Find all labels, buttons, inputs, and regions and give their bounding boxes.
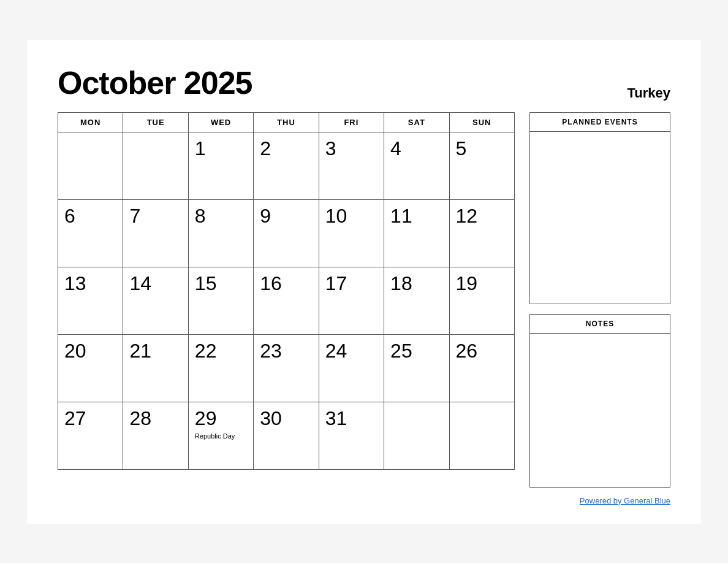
notes-content — [530, 334, 670, 487]
footer: Powered by General Blue — [58, 496, 670, 505]
day-number: 24 — [325, 340, 377, 362]
day-number: 9 — [260, 205, 312, 228]
calendar-day-cell — [123, 132, 188, 199]
calendar-day-cell: 28 — [123, 402, 188, 469]
day-number: 1 — [195, 137, 247, 160]
planned-events-content — [530, 132, 670, 304]
calendar-day-cell: 17 — [319, 267, 384, 334]
planned-events-box: PLANNED EVENTS — [529, 112, 670, 304]
calendar-day-cell: 8 — [188, 199, 253, 267]
calendar-day-cell: 14 — [123, 267, 188, 334]
calendar-week-row: 20212223242526 — [58, 334, 515, 402]
calendar-day-cell: 22 — [188, 334, 253, 402]
page-header: October 2025 Turkey — [58, 64, 670, 101]
day-number: 17 — [325, 272, 377, 295]
header-sun: SUN — [449, 112, 514, 132]
day-number: 4 — [390, 137, 442, 160]
calendar-section: MON TUE WED THU FRI SAT SUN 123456789101… — [58, 112, 515, 470]
calendar-week-row: 272829Republic Day3031 — [58, 402, 515, 469]
calendar-day-cell: 29Republic Day — [188, 402, 253, 469]
calendar-day-cell: 12 — [449, 199, 514, 267]
calendar-day-cell — [449, 402, 514, 469]
calendar-day-cell: 6 — [58, 199, 123, 267]
day-number: 3 — [325, 137, 377, 160]
calendar-day-cell: 9 — [254, 199, 319, 267]
day-number: 2 — [260, 137, 312, 160]
day-number: 23 — [260, 340, 312, 362]
day-number: 19 — [456, 272, 508, 295]
day-number: 18 — [390, 272, 442, 295]
day-number: 27 — [64, 407, 116, 430]
powered-by-link[interactable]: Powered by General Blue — [580, 496, 670, 505]
calendar-day-cell: 5 — [449, 132, 514, 199]
day-number: 7 — [129, 205, 181, 228]
calendar-day-cell: 13 — [58, 267, 123, 334]
page: October 2025 Turkey MON TUE WED THU FRI … — [27, 40, 701, 524]
sidebar: PLANNED EVENTS NOTES — [529, 112, 670, 488]
holiday-label: Republic Day — [195, 432, 247, 440]
header-sat: SAT — [384, 112, 449, 132]
calendar-day-cell: 24 — [319, 334, 384, 402]
calendar-day-cell: 15 — [188, 267, 253, 334]
day-number: 26 — [456, 340, 508, 362]
day-number: 10 — [325, 205, 377, 228]
header-thu: THU — [254, 112, 319, 132]
calendar-day-cell: 19 — [449, 267, 514, 334]
day-number: 29 — [195, 407, 247, 430]
calendar-day-cell: 18 — [384, 267, 449, 334]
calendar-day-cell: 27 — [58, 402, 123, 469]
calendar-day-cell: 31 — [319, 402, 384, 469]
country-title: Turkey — [627, 85, 670, 101]
day-number: 16 — [260, 272, 312, 295]
day-number: 11 — [390, 205, 442, 228]
day-number: 22 — [195, 340, 247, 362]
month-title: October 2025 — [58, 64, 252, 101]
calendar-day-cell: 3 — [319, 132, 384, 199]
main-layout: MON TUE WED THU FRI SAT SUN 123456789101… — [58, 112, 670, 488]
calendar-day-cell: 2 — [254, 132, 319, 199]
calendar-day-cell: 1 — [188, 132, 253, 199]
day-number: 5 — [456, 137, 508, 160]
calendar-day-cell: 25 — [384, 334, 449, 402]
calendar-day-cell: 16 — [254, 267, 319, 334]
calendar-day-cell: 4 — [384, 132, 449, 199]
day-number: 14 — [129, 272, 181, 295]
day-number: 15 — [195, 272, 247, 295]
day-number: 31 — [325, 407, 377, 430]
calendar-day-cell: 23 — [254, 334, 319, 402]
day-number: 25 — [390, 340, 442, 362]
calendar-day-cell — [58, 132, 123, 199]
day-number: 30 — [260, 407, 312, 430]
header-mon: MON — [58, 112, 123, 132]
day-number: 21 — [129, 340, 181, 362]
day-number: 20 — [64, 340, 116, 362]
notes-header: NOTES — [530, 315, 670, 334]
header-tue: TUE — [123, 112, 188, 132]
calendar-day-cell: 26 — [449, 334, 514, 402]
day-number: 13 — [64, 272, 116, 295]
calendar-day-cell: 30 — [254, 402, 319, 469]
calendar-week-row: 6789101112 — [58, 199, 515, 267]
calendar-week-row: 12345 — [58, 132, 515, 199]
weekday-header-row: MON TUE WED THU FRI SAT SUN — [58, 112, 515, 132]
calendar-week-row: 13141516171819 — [58, 267, 515, 334]
planned-events-header: PLANNED EVENTS — [530, 113, 670, 132]
calendar-day-cell — [384, 402, 449, 469]
day-number: 8 — [195, 205, 247, 228]
header-fri: FRI — [319, 112, 384, 132]
calendar-day-cell: 21 — [123, 334, 188, 402]
day-number: 28 — [129, 407, 181, 430]
day-number: 6 — [64, 205, 116, 228]
calendar-day-cell: 11 — [384, 199, 449, 267]
calendar-table: MON TUE WED THU FRI SAT SUN 123456789101… — [58, 112, 515, 470]
notes-box: NOTES — [529, 314, 670, 488]
calendar-day-cell: 10 — [319, 199, 384, 267]
day-number: 12 — [456, 205, 508, 228]
header-wed: WED — [188, 112, 253, 132]
calendar-day-cell: 20 — [58, 334, 123, 402]
calendar-day-cell: 7 — [123, 199, 188, 267]
